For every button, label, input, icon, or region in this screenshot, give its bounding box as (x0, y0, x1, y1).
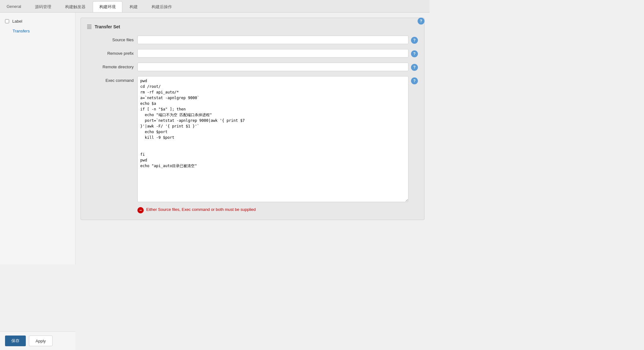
help-symbol: ? (420, 19, 422, 23)
remove-prefix-row: Remove prefix ? (87, 49, 418, 58)
exec-command-help-icon[interactable]: ? (411, 77, 418, 84)
help-symbol: ? (413, 65, 415, 70)
remote-directory-row: Remote directory ? (87, 63, 418, 71)
tab-bar: General 源码管理 构建触发器 构建环境 构建 构建后操作 (0, 0, 430, 13)
source-files-row: Source files ? (87, 36, 418, 44)
source-files-label: Source files (87, 36, 137, 42)
remote-directory-label: Remote directory (87, 63, 137, 69)
exec-command-label: Exec command (87, 76, 137, 83)
label-text: Label (12, 19, 22, 24)
exec-command-textarea[interactable]: pwd cd /root/ rm -rf api_auto/* a=`netst… (137, 76, 408, 202)
label-checkbox[interactable] (5, 19, 9, 23)
help-symbol: ? (413, 38, 415, 42)
help-symbol: ? (413, 52, 415, 56)
sidebar: Label Transfers (0, 13, 75, 264)
tab-general[interactable]: General (0, 1, 28, 12)
exec-command-row: Exec command pwd cd /root/ rm -rf api_au… (87, 76, 418, 202)
transfer-set-title: Transfer Set (87, 24, 418, 29)
error-message: Either Source files, Exec command or bot… (146, 207, 256, 212)
remote-directory-help-icon[interactable]: ? (411, 64, 418, 71)
remote-directory-input[interactable] (137, 63, 408, 71)
tab-build-trigger[interactable]: 构建触发器 (58, 1, 92, 12)
sidebar-item-label[interactable]: Label (0, 16, 75, 26)
help-icon-top[interactable]: ? (418, 18, 425, 25)
main-content: Label Transfers ? Transfer Set Source fi… (0, 13, 430, 264)
transfer-set-label: Transfer Set (95, 24, 120, 29)
error-row: − Either Source files, Exec command or b… (87, 207, 418, 213)
error-icon: − (137, 207, 144, 213)
transfer-set-card: Transfer Set Source files ? Remove prefi… (80, 18, 425, 220)
right-panel: ? Transfer Set Source files ? Remov (75, 13, 430, 264)
tab-build[interactable]: 构建 (123, 1, 144, 12)
drag-handle[interactable] (87, 25, 92, 29)
tab-post-build[interactable]: 构建后操作 (145, 1, 179, 12)
help-symbol: ? (413, 79, 415, 83)
tab-source-mgmt[interactable]: 源码管理 (28, 1, 58, 12)
remove-prefix-input[interactable] (137, 49, 408, 58)
source-files-input[interactable] (137, 36, 408, 44)
remove-prefix-help-icon[interactable]: ? (411, 50, 418, 57)
tab-build-env[interactable]: 构建环境 (93, 1, 122, 12)
source-files-help-icon[interactable]: ? (411, 37, 418, 44)
remove-prefix-label: Remove prefix (87, 49, 137, 56)
sidebar-item-transfers[interactable]: Transfers (0, 26, 75, 36)
error-symbol: − (139, 208, 142, 213)
